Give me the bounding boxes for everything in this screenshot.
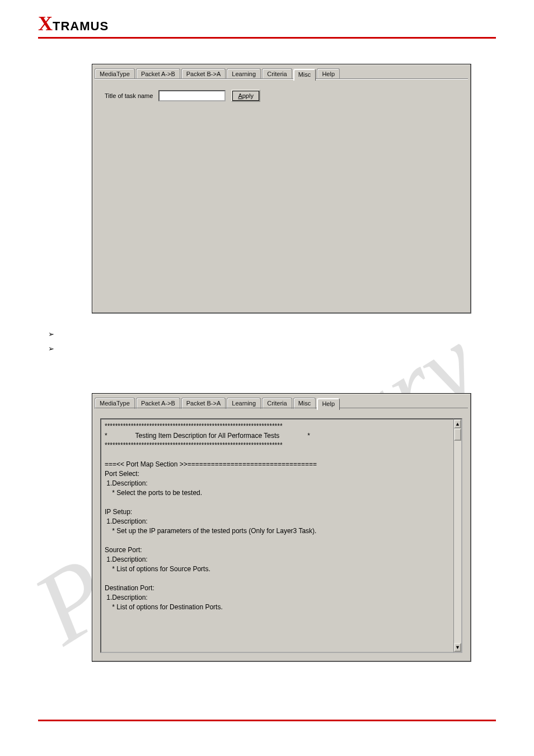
- tab-label: Packet A->B: [141, 400, 175, 407]
- tab-criteria-2[interactable]: Criteria: [262, 398, 292, 409]
- logo-text: TRAMUS: [53, 20, 109, 32]
- tab-help[interactable]: Help: [317, 68, 340, 80]
- tab-label: Help: [322, 400, 335, 407]
- tab-label: MediaType: [100, 71, 130, 77]
- logo: X TRAMUS: [38, 13, 496, 34]
- tab-mediatype-2[interactable]: MediaType: [95, 398, 135, 409]
- tab-mediatype[interactable]: MediaType: [95, 68, 135, 80]
- page-header: X TRAMUS: [38, 13, 496, 39]
- tab-label: Help: [322, 71, 335, 77]
- tab-learning[interactable]: Learning: [227, 68, 261, 80]
- tab-packet-a-b-2[interactable]: Packet A->B: [136, 398, 180, 409]
- tab-packet-a-b[interactable]: Packet A->B: [136, 68, 180, 80]
- tab-label: Criteria: [267, 400, 287, 407]
- tab-label: Criteria: [267, 71, 287, 77]
- tab-help-2[interactable]: Help: [317, 398, 340, 410]
- task-name-row: Title of task name Apply: [105, 90, 458, 102]
- apply-button[interactable]: Apply: [231, 90, 260, 102]
- help-text-box: ****************************************…: [100, 418, 462, 653]
- task-name-label: Title of task name: [105, 92, 153, 99]
- scroll-track[interactable]: [454, 428, 461, 643]
- tab-label: Learning: [232, 71, 256, 77]
- tab-label: Packet A->B: [141, 71, 175, 77]
- scroll-up-button[interactable]: ▲: [454, 419, 461, 428]
- bullet-1: ➢: [48, 327, 54, 342]
- apply-rest: pply: [242, 92, 254, 99]
- footer-rule: [38, 720, 496, 721]
- tab-learning-2[interactable]: Learning: [227, 398, 261, 409]
- scroll-down-button[interactable]: ▼: [454, 643, 461, 652]
- arrow-up-icon: ▲: [455, 421, 460, 427]
- header-rule: [38, 37, 496, 39]
- arrow-down-icon: ▼: [455, 645, 460, 650]
- bullet-list: ➢ ➢: [48, 327, 54, 356]
- tab-strip-2: MediaType Packet A->B Packet B->A Learni…: [92, 394, 470, 408]
- tab-label: Packet B->A: [186, 400, 221, 407]
- help-scrollbar[interactable]: ▲ ▼: [453, 418, 462, 653]
- tab-misc-2[interactable]: Misc: [293, 398, 316, 409]
- tab-label: Learning: [232, 400, 256, 407]
- bullet-2: ➢: [48, 342, 54, 356]
- apply-hotkey: A: [238, 92, 242, 99]
- logo-x: X: [38, 13, 53, 34]
- tab-misc[interactable]: Misc: [293, 69, 316, 81]
- tab-packet-b-a[interactable]: Packet B->A: [181, 68, 226, 80]
- dialog-help: MediaType Packet A->B Packet B->A Learni…: [92, 393, 471, 662]
- scroll-thumb[interactable]: [454, 428, 461, 441]
- tab-label: Misc: [298, 71, 311, 78]
- dialog-misc: MediaType Packet A->B Packet B->A Learni…: [92, 64, 471, 314]
- misc-body: Title of task name Apply: [95, 79, 468, 309]
- task-name-input[interactable]: [158, 90, 226, 101]
- tab-packet-b-a-2[interactable]: Packet B->A: [181, 398, 226, 409]
- help-text: ****************************************…: [105, 422, 458, 612]
- tab-underline: [95, 78, 468, 79]
- tab-criteria[interactable]: Criteria: [262, 68, 292, 80]
- tab-strip-1: MediaType Packet A->B Packet B->A Learni…: [92, 64, 470, 79]
- tab-label: Packet B->A: [186, 71, 221, 77]
- tab-label: Misc: [298, 400, 311, 407]
- tab-underline-2: [95, 408, 468, 408]
- tab-label: MediaType: [100, 400, 130, 407]
